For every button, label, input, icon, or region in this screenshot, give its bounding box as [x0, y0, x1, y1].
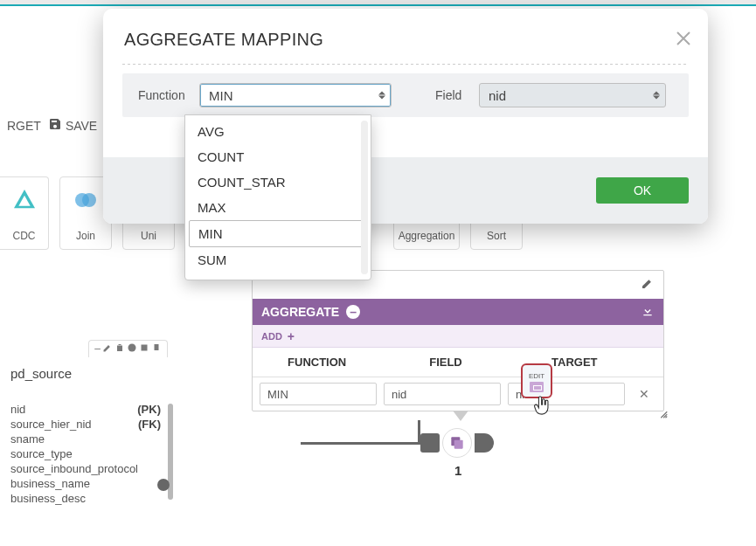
- ok-button[interactable]: OK: [596, 177, 689, 204]
- field-select-value: nid: [489, 88, 506, 103]
- tile-cdc[interactable]: CDC: [0, 176, 49, 250]
- function-select-value: MIN: [209, 88, 233, 103]
- tile-join-label: Join: [76, 230, 95, 242]
- save-label: SAVE: [66, 119, 97, 133]
- dropdown-option[interactable]: COUNT: [189, 144, 367, 169]
- resize-handle-icon[interactable]: [656, 407, 669, 419]
- aggregate-table-header: FUNCTION FIELD TARGET: [253, 348, 663, 377]
- modal-close-button[interactable]: [673, 28, 694, 49]
- aggregate-header: AGGREGATE –: [253, 299, 663, 325]
- stack-icon: [448, 434, 466, 452]
- pencil-icon: [641, 276, 655, 294]
- source-schema-panel: – pd_source nid(PK) source_hier_nid(FK) …: [3, 357, 168, 506]
- col-name: source_hier_nid: [10, 417, 92, 432]
- col-key: (FK): [138, 417, 161, 432]
- copy-icon: [151, 342, 162, 356]
- aggregate-title: AGGREGATE: [261, 305, 339, 319]
- anchor-icon: [453, 411, 468, 421]
- output-port[interactable]: [475, 433, 494, 453]
- tile-union-label: Uni: [141, 230, 156, 242]
- page-toolbar: RGET SAVE: [0, 105, 104, 146]
- col-name: sname: [10, 432, 45, 446]
- function-dropdown[interactable]: AVG COUNT COUNT_STAR MAX MIN SUM: [184, 114, 371, 280]
- stage-node[interactable]: [442, 428, 472, 458]
- aggregate-row: ✕: [253, 377, 663, 411]
- dropdown-option[interactable]: AVG: [189, 119, 367, 144]
- row-function-input[interactable]: [260, 383, 377, 405]
- select-caret-icon: [378, 92, 385, 100]
- dropdown-list: AVG COUNT COUNT_STAR MAX MIN SUM: [185, 115, 371, 276]
- col-key: (PK): [137, 402, 161, 417]
- schema-columns-list: nid(PK) source_hier_nid(FK) sname source…: [3, 402, 168, 506]
- row-field-input[interactable]: [384, 383, 501, 405]
- edge: [301, 442, 418, 445]
- tile-aggregation-label: Aggregation: [399, 230, 455, 242]
- svg-point-2: [128, 344, 136, 352]
- dropdown-option-selected[interactable]: MIN: [189, 220, 367, 247]
- svg-point-1: [82, 193, 96, 207]
- select-caret-icon: [653, 92, 660, 100]
- edit-glyph-icon: [530, 382, 544, 392]
- modal-form-row: Function MIN Field nid: [122, 73, 689, 117]
- schema-row: nid(PK): [10, 402, 161, 417]
- svg-rect-3: [142, 345, 148, 351]
- info-icon: [127, 342, 137, 356]
- col-name: business_name: [10, 476, 90, 491]
- field-label: Field: [435, 88, 470, 102]
- cdc-icon: [10, 183, 38, 218]
- save-icon: [48, 117, 62, 134]
- close-icon: [673, 28, 694, 49]
- dropdown-scrollbar[interactable]: [361, 121, 368, 274]
- edit-tooltip[interactable]: EDIT: [521, 363, 552, 398]
- mode-icon: [139, 342, 149, 356]
- aggregate-node: AGGREGATE – ADD + FUNCTION FIELD TARGET …: [252, 270, 664, 411]
- edit-tooltip-label: EDIT: [529, 372, 544, 380]
- flow-connector: 1: [295, 411, 505, 489]
- dropdown-option[interactable]: MAX: [189, 195, 367, 220]
- minus-icon: –: [94, 342, 101, 356]
- modal-separator: [122, 64, 689, 65]
- pencil-icon: [102, 342, 113, 356]
- field-select[interactable]: nid: [479, 83, 666, 107]
- schema-row: source_inbound_protocol: [10, 461, 161, 476]
- schema-mini-toolbar[interactable]: –: [88, 340, 168, 357]
- join-icon: [72, 183, 100, 218]
- dropdown-option[interactable]: SUM: [189, 247, 367, 273]
- input-port[interactable]: [420, 433, 440, 453]
- trash-icon: [114, 342, 125, 356]
- tile-sort-label: Sort: [487, 230, 506, 242]
- download-icon[interactable]: [641, 304, 655, 321]
- modal-title: AGGREGATE MAPPING: [103, 9, 708, 59]
- col-name: source_inbound_protocol: [10, 461, 138, 476]
- add-label: ADD: [261, 331, 282, 342]
- aggregate-add-row[interactable]: ADD +: [253, 325, 663, 348]
- schema-row: sname: [10, 432, 161, 446]
- top-accent: [0, 4, 756, 6]
- function-label: Function: [138, 88, 191, 102]
- function-select[interactable]: MIN: [199, 83, 392, 107]
- plus-icon: +: [288, 329, 295, 343]
- save-button[interactable]: SAVE: [48, 117, 97, 134]
- col-field: FIELD: [381, 356, 510, 369]
- col-name: nid: [10, 402, 25, 417]
- schema-row: business_desc: [10, 491, 161, 506]
- schema-title: pd_source: [3, 357, 168, 402]
- col-name: source_type: [10, 446, 73, 461]
- toolbar-target-fragment: RGET: [7, 119, 41, 133]
- cursor-hand-icon: [533, 395, 552, 418]
- schema-row: source_hier_nid(FK): [10, 417, 161, 432]
- stage-index: 1: [454, 463, 461, 478]
- col-name: business_desc: [10, 491, 86, 506]
- dropdown-option[interactable]: COUNT_STAR: [189, 169, 367, 195]
- schema-output-port[interactable]: [157, 479, 170, 491]
- row-delete-button[interactable]: ✕: [632, 387, 656, 401]
- tile-cdc-label: CDC: [13, 230, 36, 242]
- schema-row: business_name: [10, 476, 161, 491]
- svg-rect-4: [155, 344, 159, 350]
- collapse-icon[interactable]: –: [346, 305, 360, 319]
- schema-row: source_type: [10, 446, 161, 461]
- svg-rect-6: [454, 440, 463, 449]
- col-function: FUNCTION: [253, 356, 381, 369]
